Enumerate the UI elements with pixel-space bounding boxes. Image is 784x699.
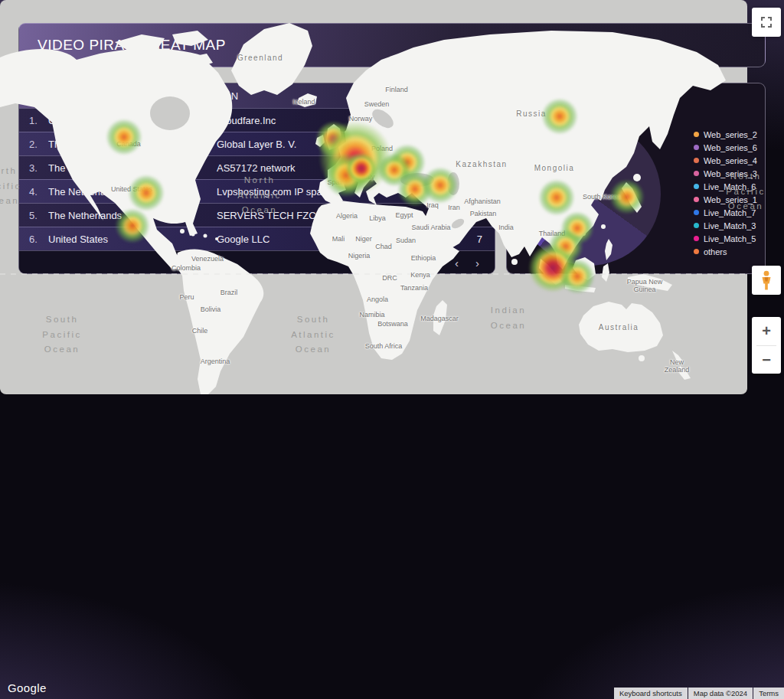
map-card: GreenlandIcelandFinlandSwedenNorwayPolan…	[0, 0, 747, 394]
map-canvas[interactable]: GreenlandIcelandFinlandSwedenNorwayPolan…	[0, 0, 747, 394]
world-landmass	[0, 0, 747, 394]
